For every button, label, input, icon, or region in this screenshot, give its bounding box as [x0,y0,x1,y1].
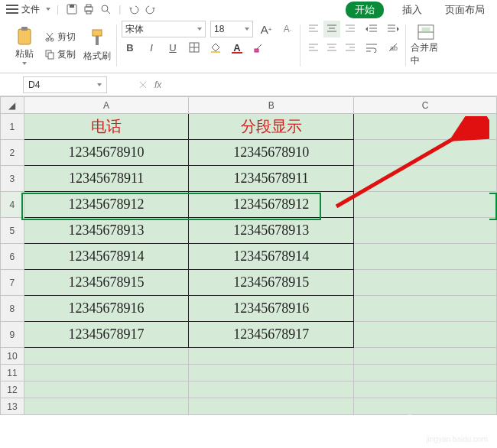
border-button[interactable] [186,39,203,56]
fx-label[interactable]: fx [154,80,161,90]
row-header[interactable]: 9 [1,322,24,348]
cell-A4[interactable]: 12345678912 [24,192,189,218]
row-header[interactable]: 13 [1,398,24,415]
bold-button[interactable]: B [122,39,138,56]
print-icon[interactable] [82,2,96,16]
font-color-button[interactable]: A [229,39,245,56]
cell-A10[interactable] [24,348,189,365]
chevron-down-icon[interactable] [46,8,50,11]
save-icon[interactable] [65,2,79,16]
row-header[interactable]: 6 [1,244,24,270]
row-header[interactable]: 2 [1,140,24,166]
cell-A7[interactable]: 12345678915 [24,270,189,296]
row-header[interactable]: 8 [1,296,24,322]
cell-C3[interactable] [353,166,496,192]
cell-C11[interactable] [353,365,496,381]
font-name-select[interactable]: 宋体 [122,21,206,37]
cell-B8[interactable]: 12345678916 [189,296,354,322]
cell-B6[interactable]: 12345678914 [189,244,354,270]
tab-insert[interactable]: 插入 [398,2,427,18]
decrease-font-button[interactable]: A- [279,21,296,37]
decrease-indent-button[interactable] [363,21,380,37]
cell-A1[interactable]: 电话 [24,114,189,140]
select-all-corner[interactable]: ◢ [1,97,24,114]
file-menu[interactable]: 文件 [21,3,40,16]
align-center[interactable] [323,39,340,56]
spreadsheet[interactable]: ◢ A B C 1 电话 分段显示 2123456789101234567891… [0,96,497,448]
cell-A13[interactable] [24,398,189,415]
tab-start[interactable]: 开始 [346,2,384,18]
row-header[interactable]: 12 [1,381,24,398]
wrap-text-button[interactable] [363,39,380,56]
cell-C6[interactable] [353,244,496,270]
cell-A6[interactable]: 12345678914 [24,244,189,270]
cell-A9[interactable]: 12345678917 [24,322,189,348]
redo-icon[interactable] [144,2,158,16]
align-top-center[interactable] [323,21,340,37]
font-size-select[interactable]: 18 [210,21,253,37]
cell-C8[interactable] [353,296,496,322]
cell-B13[interactable] [189,398,354,415]
spreadsheet-grid[interactable]: ◢ A B C 1 电话 分段显示 2123456789101234567891… [0,96,497,415]
copy-button[interactable]: 复制 [41,47,79,63]
underline-button[interactable]: U [164,39,181,56]
column-header-C[interactable]: C [353,97,496,114]
column-header-B[interactable]: B [189,97,354,114]
cell-A8[interactable]: 12345678916 [24,296,189,322]
cell-B5[interactable]: 12345678913 [189,218,354,244]
row-header[interactable]: 5 [1,218,24,244]
cell-A2[interactable]: 12345678910 [24,140,189,166]
cell-B1[interactable]: 分段显示 [189,114,354,140]
cell-A11[interactable] [24,365,189,381]
svg-text:ab: ab [390,44,398,52]
cut-button[interactable]: 剪切 [41,29,79,45]
cell-C9[interactable] [353,322,496,348]
cell-B4[interactable]: 12345678912 [189,192,354,218]
cell-C12[interactable] [353,381,496,398]
cell-C4[interactable] [353,192,496,218]
cell-C7[interactable] [353,270,496,296]
undo-icon[interactable] [127,2,141,16]
cell-C10[interactable] [353,348,496,365]
cell-C2[interactable] [353,140,496,166]
column-header-A[interactable]: A [24,97,189,114]
cell-B3[interactable]: 12345678911 [189,166,354,192]
row-header[interactable]: 1 [1,114,24,140]
row-header[interactable]: 11 [1,365,24,381]
fill-color-button[interactable] [207,39,224,56]
cell-B11[interactable] [189,365,354,381]
cell-C13[interactable] [353,398,496,415]
align-left[interactable] [305,39,322,56]
increase-font-button[interactable]: A+ [258,21,274,37]
row-header[interactable]: 3 [1,166,24,192]
format-painter-button[interactable]: 格式刷 [82,24,112,67]
tab-page-layout[interactable]: 页面布局 [440,2,489,18]
name-box[interactable]: D4 [23,76,107,93]
increase-indent-button[interactable] [385,21,401,37]
cell-C5[interactable] [353,218,496,244]
row-header[interactable]: 7 [1,270,24,296]
cell-C1[interactable] [353,114,496,140]
clear-format-button[interactable] [250,39,267,56]
align-right[interactable] [342,39,359,56]
italic-button[interactable]: I [143,39,160,56]
hamburger-icon[interactable] [6,5,18,14]
cell-B10[interactable] [189,348,354,365]
cell-A12[interactable] [24,381,189,398]
row-header[interactable]: 4 [1,192,24,218]
cell-B12[interactable] [189,381,354,398]
print-preview-icon[interactable] [99,2,112,16]
cell-A5[interactable]: 12345678913 [24,218,189,244]
align-top-right[interactable] [342,21,359,37]
cancel-icon[interactable] [138,80,148,90]
merge-center-button[interactable]: 合并居中 [411,24,441,67]
align-top-left[interactable] [305,21,322,37]
cell-B9[interactable]: 12345678917 [189,322,354,348]
orientation-button[interactable]: ab [385,39,401,56]
row-header[interactable]: 10 [1,348,24,365]
cell-B2[interactable]: 12345678910 [189,140,354,166]
cell-A3[interactable]: 12345678911 [24,166,189,192]
paste-button[interactable]: 粘贴 [9,24,40,67]
svg-rect-7 [18,29,31,44]
cell-B7[interactable]: 12345678915 [189,270,354,296]
